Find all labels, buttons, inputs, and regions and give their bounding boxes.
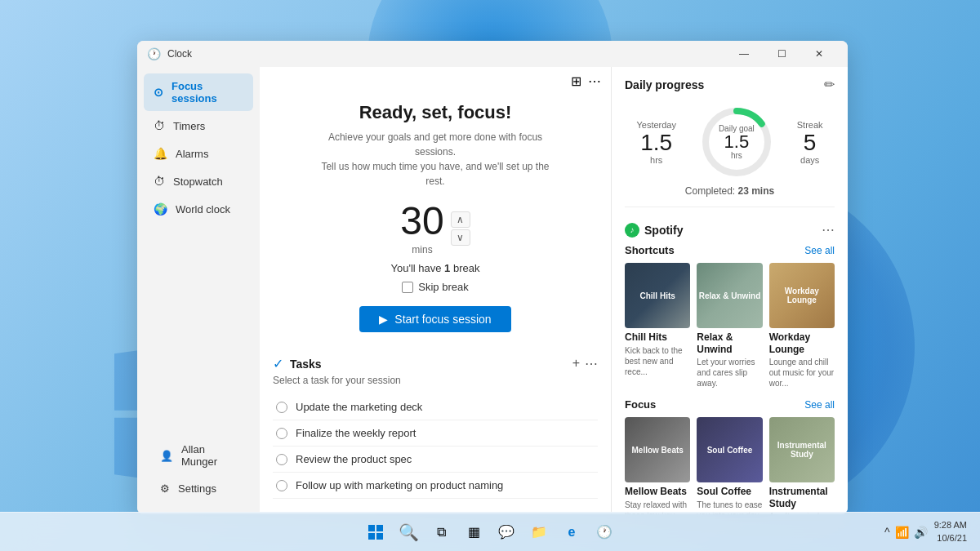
task-text-1: Update the marketing deck — [296, 401, 422, 413]
task-radio-3[interactable] — [276, 454, 287, 465]
taskbar-start-button[interactable] — [361, 518, 390, 547]
music-card-workday-lounge[interactable]: Workday Lounge Workday Lounge Lounge and… — [769, 263, 835, 389]
spotify-icon: ♪ — [625, 223, 639, 238]
sidebar-item-timers-label: Timers — [173, 120, 205, 132]
sidebar-profile[interactable]: 👤 Allan Munger — [150, 437, 247, 474]
sidebar-settings[interactable]: ⚙ Settings — [150, 476, 247, 501]
tasks-add-icon[interactable]: + — [572, 356, 580, 371]
sidebar-item-alarms[interactable]: 🔔 Alarms — [144, 140, 253, 167]
progress-section: Daily progress ✏ Yesterday 1.5 hrs — [612, 67, 848, 214]
maximize-button[interactable]: ☐ — [763, 41, 800, 67]
start-focus-session-button[interactable]: ▶ Start focus session — [359, 306, 510, 332]
chill-hits-desc: Kick back to the best new and rece... — [625, 345, 690, 377]
instrumental-study-thumbnail: Instrumental Study — [769, 417, 835, 482]
sidebar-nav: ⊙ Focus sessions ⏱ Timers 🔔 Alarms ⏱ Sto… — [137, 73, 260, 430]
focus-panel: ⊞ ⋯ Ready, set, focus! Achieve your goal… — [260, 67, 611, 514]
task-text-2: Finalize the weekly report — [296, 427, 416, 439]
taskbar-edge-icon[interactable]: e — [557, 518, 586, 547]
system-tray-expand-icon[interactable]: ^ — [884, 526, 890, 539]
music-card-chill-hits[interactable]: Chill Hits Chill Hits Kick back to the b… — [625, 263, 690, 389]
taskbar: 🔍 ⧉ ▦ 💬 📁 e 🕐 ^ 📶 🔊 9:28 AM 10/6/21 — [0, 512, 980, 551]
task-radio-4[interactable] — [276, 480, 287, 491]
task-radio-2[interactable] — [276, 428, 287, 439]
titlebar-title: Clock — [167, 48, 719, 60]
skip-break-checkbox[interactable] — [402, 282, 413, 293]
sidebar-item-world-clock[interactable]: 🌍 World clock — [144, 196, 253, 222]
spotify-header: ♪ Spotify ⋯ — [625, 222, 835, 238]
wifi-icon[interactable]: 📶 — [895, 526, 909, 539]
tasks-more-icon[interactable]: ⋯ — [585, 356, 598, 371]
spotify-more-icon[interactable]: ⋯ — [822, 222, 835, 238]
music-card-instrumental-study[interactable]: Instrumental Study Instrumental Study A … — [769, 417, 835, 514]
right-panel: Daily progress ✏ Yesterday 1.5 hrs — [611, 67, 848, 514]
chill-hits-thumb-text: Chill Hits — [625, 263, 690, 328]
sidebar-settings-label: Settings — [178, 482, 216, 495]
tasks-title-row: ✓ Tasks — [273, 356, 322, 371]
task-radio-1[interactable] — [276, 402, 287, 413]
focus-header-actions: ⊞ ⋯ — [571, 73, 601, 89]
progress-edit-icon[interactable]: ✏ — [824, 77, 835, 92]
taskbar-widgets-icon[interactable]: ▦ — [459, 518, 488, 547]
skip-break-row: Skip break — [402, 281, 468, 293]
spotify-title-row: ♪ Spotify — [625, 223, 683, 238]
minimize-button[interactable]: — — [725, 41, 763, 67]
time-selector: 30 mins ∧ ∨ — [400, 202, 470, 256]
music-card-soul-coffee[interactable]: Soul Coffee Soul Coffee The tunes to eas… — [697, 417, 762, 514]
task-item[interactable]: Follow up with marketing on product nami… — [273, 473, 598, 499]
taskbar-time[interactable]: 9:28 AM 10/6/21 — [934, 519, 967, 544]
shortcuts-music-grid: Chill Hits Chill Hits Kick back to the b… — [625, 263, 835, 389]
tasks-subtitle: Select a task for your session — [273, 375, 598, 386]
music-card-relax-unwind[interactable]: Relax & Unwind Relax & Unwind Let your w… — [697, 263, 762, 389]
sidebar-item-alarms-label: Alarms — [176, 148, 208, 160]
profile-icon: 👤 — [160, 450, 173, 462]
daily-goal-value: 1.5 — [719, 133, 755, 151]
shortcuts-see-all-link[interactable]: See all — [804, 245, 835, 256]
task-item[interactable]: Update the marketing deck — [273, 394, 598, 420]
time-increment-button[interactable]: ∧ — [451, 211, 470, 228]
spotify-section: ♪ Spotify ⋯ Shortcuts See all Chill Hits — [612, 214, 848, 514]
time-value: 30 — [400, 202, 443, 241]
titlebar: 🕐 Clock — ☐ ✕ — [137, 41, 848, 67]
play-icon: ▶ — [379, 313, 388, 326]
sidebar-item-focus-sessions[interactable]: ⊙ Focus sessions — [144, 73, 253, 111]
yesterday-label: Yesterday — [636, 120, 676, 130]
taskbar-chat-icon[interactable]: 💬 — [492, 518, 521, 547]
svg-rect-2 — [368, 525, 375, 531]
taskbar-clock-icon[interactable]: 🕐 — [590, 518, 619, 547]
relax-unwind-desc: Let your worries and cares slip away. — [697, 357, 762, 389]
workday-lounge-desc: Lounge and chill out music for your wor.… — [769, 357, 835, 389]
task-text-3: Review the product spec — [296, 453, 412, 465]
task-item[interactable]: Finalize the weekly report — [273, 420, 598, 447]
progress-section-title: Daily progress — [625, 78, 704, 91]
taskbar-search-icon[interactable]: 🔍 — [394, 518, 423, 547]
taskbar-time-display: 9:28 AM — [934, 519, 967, 531]
yesterday-value: 1.5 — [636, 131, 676, 154]
time-decrement-button[interactable]: ∨ — [451, 229, 470, 246]
task-item[interactable]: Review the product spec — [273, 447, 598, 473]
focus-center: Ready, set, focus! Achieve your goals an… — [260, 96, 611, 345]
taskbar-right: ^ 📶 🔊 9:28 AM 10/6/21 — [884, 519, 967, 544]
daily-goal-ring: Daily goal 1.5 hrs — [700, 105, 773, 179]
volume-icon[interactable]: 🔊 — [914, 526, 928, 539]
soul-coffee-thumb-text: Soul Coffee — [697, 417, 762, 482]
taskbar-file-explorer-icon[interactable]: 📁 — [524, 518, 554, 547]
relax-unwind-thumbnail: Relax & Unwind — [697, 263, 762, 328]
sidebar-item-timers[interactable]: ⏱ Timers — [144, 113, 253, 139]
sidebar-profile-label: Allan Munger — [181, 443, 237, 468]
tasks-check-icon: ✓ — [273, 356, 283, 371]
shortcuts-label: Shortcuts — [625, 244, 675, 256]
focus-more-icon[interactable]: ⋯ — [588, 73, 601, 89]
music-card-mellow-beats[interactable]: Mellow Beats Mellow Beats Stay relaxed w… — [625, 417, 690, 514]
taskbar-task-view-icon[interactable]: ⧉ — [426, 518, 456, 547]
taskbar-sys-icons: ^ 📶 🔊 — [884, 526, 928, 539]
world-clock-icon: 🌍 — [154, 202, 167, 216]
workday-lounge-thumb-text: Workday Lounge — [769, 263, 835, 328]
close-button[interactable]: ✕ — [800, 41, 838, 67]
progress-section-header: Daily progress ✏ — [625, 77, 835, 92]
sidebar-item-stopwatch[interactable]: ⏱ Stopwatch — [144, 168, 253, 194]
focus-title: Ready, set, focus! — [359, 102, 512, 123]
sidebar-item-focus-sessions-label: Focus sessions — [172, 80, 243, 104]
chill-hits-name: Chill Hits — [625, 331, 690, 343]
focus-see-all-link[interactable]: See all — [804, 399, 835, 411]
focus-expand-icon[interactable]: ⊞ — [571, 73, 581, 89]
